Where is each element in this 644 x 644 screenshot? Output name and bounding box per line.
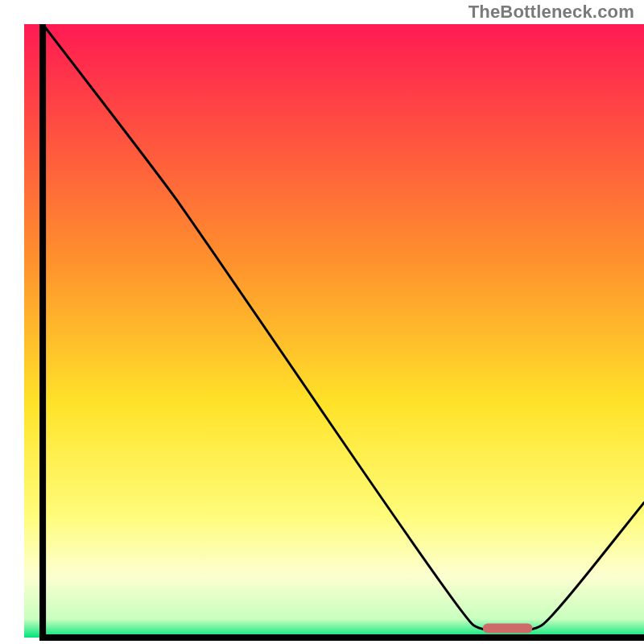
bottleneck-chart (0, 0, 644, 644)
optimal-range-marker (483, 624, 533, 634)
gradient-background (24, 24, 644, 638)
chart-container: { "attribution": "TheBottleneck.com", "c… (0, 0, 644, 644)
